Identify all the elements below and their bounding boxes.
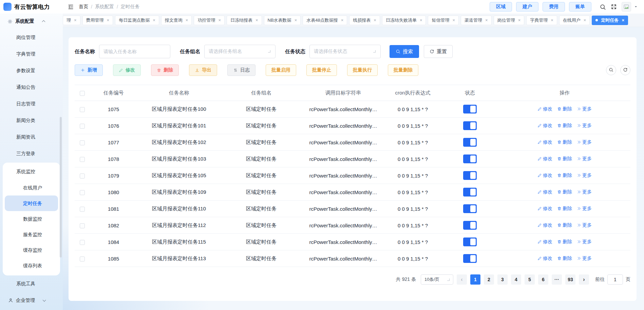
collapse-sidebar-icon[interactable]: [68, 4, 74, 10]
delete-link[interactable]: 删除: [557, 189, 572, 195]
row-checkbox[interactable]: [80, 124, 85, 129]
sidebar-group-system-config[interactable]: 系统配置: [0, 14, 63, 29]
delete-link[interactable]: 删除: [557, 255, 572, 262]
sidebar-item-通知公告[interactable]: 通知公告: [0, 79, 63, 96]
toolbar-button-批量执行[interactable]: 批量执行: [347, 64, 378, 76]
more-link[interactable]: 更多: [577, 222, 592, 228]
tab-日冻结失败清单[interactable]: 日冻结失败清单×: [382, 16, 426, 25]
sidebar-item-在线用户[interactable]: 在线用户: [5, 180, 58, 195]
status-toggle[interactable]: [463, 121, 477, 130]
close-icon[interactable]: ×: [452, 18, 455, 22]
breadcrumb-system-config[interactable]: 系统配置: [95, 4, 114, 10]
tab-短信管理[interactable]: 短信管理×: [428, 16, 459, 25]
edit-link[interactable]: 修改: [537, 206, 552, 212]
page-button-6[interactable]: 6: [538, 274, 548, 285]
close-icon[interactable]: ×: [186, 18, 188, 22]
nav-button-区域[interactable]: 区域: [490, 2, 512, 12]
fullscreen-icon[interactable]: [611, 4, 617, 10]
row-checkbox[interactable]: [80, 223, 85, 228]
sidebar-scrollbar[interactable]: [60, 117, 62, 257]
more-link[interactable]: 更多: [577, 189, 592, 195]
toolbar-button-修改[interactable]: 修改: [113, 64, 141, 76]
row-checkbox[interactable]: [80, 107, 85, 112]
close-icon[interactable]: ×: [374, 18, 376, 22]
status-toggle[interactable]: [463, 154, 477, 163]
close-icon[interactable]: ×: [107, 18, 110, 22]
tab-渠道管理[interactable]: 渠道管理×: [461, 16, 492, 25]
sidebar-item-服务监控[interactable]: 服务监控: [5, 227, 58, 242]
close-icon[interactable]: ×: [295, 18, 297, 22]
nav-button-费用[interactable]: 费用: [543, 2, 565, 12]
row-checkbox[interactable]: [80, 173, 85, 179]
edit-link[interactable]: 修改: [537, 222, 552, 228]
status-toggle[interactable]: [463, 221, 477, 230]
page-button-5[interactable]: 5: [525, 274, 535, 285]
more-link[interactable]: 更多: [577, 255, 592, 262]
delete-link[interactable]: 删除: [557, 106, 572, 112]
close-icon[interactable]: ×: [485, 18, 488, 22]
row-checkbox[interactable]: [80, 140, 85, 145]
status-toggle[interactable]: [463, 105, 477, 113]
more-link[interactable]: 更多: [577, 139, 592, 145]
sidebar-item-system-monitor[interactable]: 系统监控: [3, 163, 60, 180]
sidebar-item-日志管理[interactable]: 日志管理: [0, 96, 63, 112]
sidebar-item-字典管理[interactable]: 字典管理: [0, 46, 63, 62]
sidebar-item-三方登录[interactable]: 三方登录: [0, 145, 63, 162]
search-button[interactable]: 搜索: [390, 45, 419, 58]
sidebar-item-缓存列表[interactable]: 缓存列表: [5, 258, 58, 273]
sidebar-item-system-tools[interactable]: 系统工具: [0, 275, 63, 292]
close-icon[interactable]: ×: [255, 18, 258, 22]
delete-link[interactable]: 删除: [557, 156, 572, 162]
sidebar-item-参数设置[interactable]: 参数设置: [0, 62, 63, 79]
search-icon[interactable]: [600, 4, 606, 10]
page-button-4[interactable]: 4: [511, 274, 521, 285]
close-icon[interactable]: ×: [218, 18, 221, 22]
more-link[interactable]: 更多: [577, 156, 592, 162]
edit-link[interactable]: 修改: [537, 139, 552, 145]
task-name-input[interactable]: [99, 45, 170, 58]
reset-button[interactable]: 重置: [424, 45, 453, 58]
close-icon[interactable]: ×: [551, 18, 553, 22]
edit-link[interactable]: 修改: [537, 189, 552, 195]
status-toggle[interactable]: [463, 204, 477, 213]
edit-link[interactable]: 修改: [537, 123, 552, 129]
page-button-2[interactable]: 2: [484, 274, 494, 285]
tab-岗位管理[interactable]: 岗位管理×: [494, 16, 525, 25]
goto-page-input[interactable]: [607, 274, 623, 285]
page-button-93[interactable]: 93: [565, 274, 575, 285]
more-link[interactable]: 更多: [577, 206, 592, 212]
nav-button-建户[interactable]: 建户: [516, 2, 538, 12]
sidebar-item-数据监控[interactable]: 数据监控: [5, 211, 58, 227]
close-icon[interactable]: ×: [420, 18, 422, 22]
sidebar-item-enterprise[interactable]: 企业管理: [0, 292, 63, 309]
tab-日冻结报表[interactable]: 日冻结报表×: [227, 16, 262, 25]
status-toggle[interactable]: [463, 138, 477, 147]
tab-NB水表数据[interactable]: NB水表数据×: [264, 16, 301, 25]
toolbar-button-导出[interactable]: 导出: [189, 64, 217, 76]
row-checkbox[interactable]: [80, 207, 85, 212]
delete-link[interactable]: 删除: [557, 139, 572, 145]
sidebar-item-缓存监控[interactable]: 缓存监控: [5, 242, 58, 258]
more-pages-button[interactable]: ···: [552, 274, 562, 285]
page-size-select[interactable]: 10条/页: [421, 274, 453, 285]
edit-link[interactable]: 修改: [537, 106, 552, 112]
status-toggle[interactable]: [463, 171, 477, 180]
more-link[interactable]: 更多: [577, 106, 592, 112]
tab-报文查询[interactable]: 报文查询×: [161, 16, 192, 25]
sidebar-item-定时任务[interactable]: 定时任务: [5, 195, 58, 211]
sidebar-item-新闻资讯[interactable]: 新闻资讯: [0, 129, 63, 145]
status-toggle[interactable]: [463, 237, 477, 246]
close-icon[interactable]: ×: [341, 18, 344, 22]
close-icon[interactable]: ×: [153, 18, 155, 22]
close-icon[interactable]: ×: [74, 18, 77, 22]
page-button-1[interactable]: 1: [470, 274, 480, 285]
delete-link[interactable]: 删除: [557, 206, 572, 212]
tab-每日监测点数据[interactable]: 每日监测点数据×: [115, 16, 159, 25]
row-checkbox[interactable]: [80, 256, 85, 262]
close-icon[interactable]: ×: [622, 18, 624, 22]
tab-理[interactable]: 理×: [63, 16, 80, 25]
status-toggle[interactable]: [463, 254, 477, 263]
toolbar-button-删除[interactable]: 删除: [151, 64, 179, 76]
tab-定时任务[interactable]: 定时任务×: [592, 16, 628, 25]
tab-水表48点数据报[interactable]: 水表48点数据报×: [303, 16, 347, 25]
